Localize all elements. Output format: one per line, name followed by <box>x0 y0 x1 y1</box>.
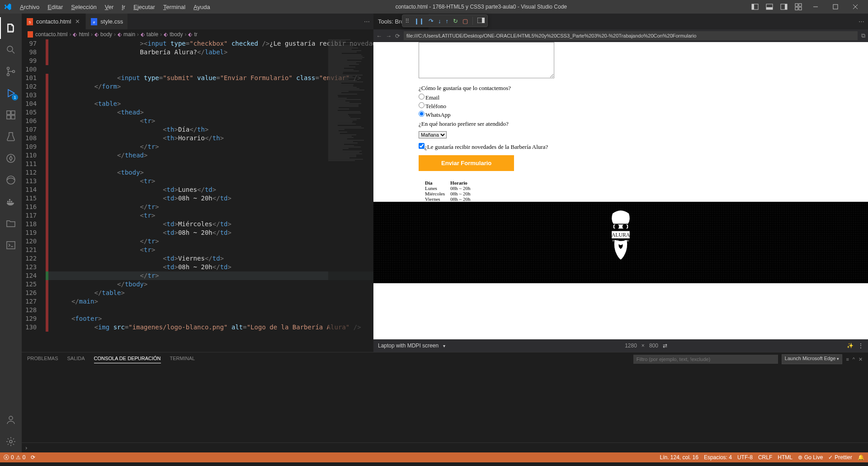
code-line-108[interactable]: <th>Horario</th> <box>48 134 373 143</box>
code-line-111[interactable] <box>48 160 373 168</box>
crumb-html[interactable]: ⬖html <box>73 31 89 38</box>
prettier-status[interactable]: ✓ Prettier <box>828 454 852 461</box>
code-line-120[interactable]: </tr> <box>48 237 373 246</box>
code-line-129[interactable]: <footer> <box>48 314 373 323</box>
restart-icon[interactable]: ↻ <box>453 18 458 24</box>
code-line-97[interactable]: ><input type="checkbox" checked />¿Le gu… <box>48 39 373 48</box>
debug-status-icon[interactable]: ⟳ <box>31 454 35 461</box>
viewport-height[interactable]: 800 <box>649 342 658 349</box>
code-line-107[interactable]: <th>Día</th> <box>48 125 373 134</box>
code-line-121[interactable]: <tr> <box>48 246 373 254</box>
pause-icon[interactable]: ❙❙ <box>414 18 424 24</box>
terminal-activity-icon[interactable] <box>0 234 22 256</box>
back-icon[interactable]: ← <box>376 33 382 39</box>
panel-tab-terminal[interactable]: TERMINAL <box>170 356 195 363</box>
code-line-130[interactable]: <img src="imagenes/logo-blanco.png" alt=… <box>48 323 373 332</box>
browser-viewport[interactable]: ¿Cómo le gustaría que lo contactemos? Em… <box>373 42 868 339</box>
drag-handle-icon[interactable]: ⠿ <box>405 18 410 24</box>
menu-ir[interactable]: Ir <box>118 2 129 12</box>
code-line-125[interactable]: </tbody> <box>48 280 373 289</box>
crumb-body[interactable]: ⬖body <box>94 31 112 38</box>
code-line-117[interactable]: <tr> <box>48 211 373 220</box>
search-icon[interactable] <box>0 39 22 61</box>
url-input[interactable] <box>404 31 858 40</box>
code-line-126[interactable]: </table> <box>48 289 373 297</box>
step-out-icon[interactable]: ↑ <box>446 18 449 24</box>
code-line-113[interactable]: <tr> <box>48 177 373 185</box>
edge-tools-icon[interactable] <box>0 169 22 191</box>
minimap[interactable] <box>328 39 373 352</box>
testing-icon[interactable] <box>0 126 22 147</box>
panel-tab-salida[interactable]: SALIDA <box>67 356 85 363</box>
breadcrumb[interactable]: contacto.html›⬖html›⬖body›⬖main›⬖table›⬖… <box>22 29 373 39</box>
code-line-105[interactable]: <thead> <box>48 108 373 117</box>
step-into-icon[interactable]: ↓ <box>438 18 441 24</box>
chevron-down-icon[interactable]: ▾ <box>443 343 445 348</box>
layout-customize-icon[interactable] <box>793 1 804 12</box>
code-editor[interactable]: 9798991001011021031041051061071081091101… <box>22 39 373 352</box>
debug-toolbar[interactable]: ⠿ ❙❙ ↷ ↓ ↑ ↻ ▢ <box>402 14 488 27</box>
code-line-99[interactable] <box>48 57 373 65</box>
crumb-main[interactable]: ⬖main <box>118 31 135 38</box>
docker-icon[interactable] <box>0 191 22 213</box>
source-control-icon[interactable] <box>0 61 22 82</box>
launch-config-select[interactable]: Launch Microsoft Edge ▾ <box>782 354 843 364</box>
notifications-icon[interactable]: 🔔 <box>858 454 864 461</box>
screenshot-icon[interactable]: ✨ <box>847 342 854 349</box>
rotate-icon[interactable]: ⇄ <box>663 342 667 349</box>
settings-gear-icon[interactable] <box>0 431 22 452</box>
encoding[interactable]: UTF-8 <box>737 454 753 461</box>
code-line-128[interactable] <box>48 306 373 314</box>
console-filter-input[interactable] <box>633 355 778 364</box>
code-line-116[interactable]: </tr> <box>48 203 373 211</box>
step-over-icon[interactable]: ↷ <box>429 18 434 24</box>
stop-icon[interactable]: ▢ <box>462 18 468 24</box>
code-line-106[interactable]: <tr> <box>48 117 373 125</box>
radio-telefono[interactable] <box>419 102 425 108</box>
viewport-width[interactable]: 1280 <box>625 342 637 349</box>
close-icon[interactable]: ✕ <box>74 18 81 25</box>
radio-whatsapp[interactable] <box>419 111 425 117</box>
tab-contacto-html[interactable]: 5contacto.html✕ <box>22 14 86 29</box>
schedule-select[interactable]: Mañana <box>419 131 447 138</box>
forward-icon[interactable]: → <box>386 33 392 39</box>
close-panel-icon[interactable]: ✕ <box>859 357 863 362</box>
code-line-101[interactable]: <input type="submit" value="Enviar Formu… <box>48 74 373 82</box>
code-line-100[interactable] <box>48 65 373 74</box>
code-line-124[interactable]: </tr> <box>48 271 373 280</box>
code-line-109[interactable]: </tr> <box>48 143 373 151</box>
list-icon[interactable]: ≡ <box>846 357 849 362</box>
radio-email[interactable] <box>419 94 425 100</box>
submit-button[interactable]: Enviar Formulario <box>419 155 514 171</box>
extensions-icon[interactable] <box>0 104 22 126</box>
code-line-110[interactable]: </thead> <box>48 151 373 160</box>
crumb-table[interactable]: ⬖table <box>141 31 158 38</box>
folder-icon[interactable] <box>0 213 22 234</box>
tab-style-css[interactable]: #style.css <box>86 14 128 29</box>
layout-panel-bottom-icon[interactable] <box>764 1 775 12</box>
panel-body[interactable] <box>22 366 868 442</box>
device-selector[interactable]: Laptop with MDPI screen <box>378 342 439 349</box>
menu-archivo[interactable]: Archivo <box>16 2 43 12</box>
code-line-122[interactable]: <td>Viernes</td> <box>48 254 373 263</box>
code-line-119[interactable]: <td>08h ~ 20h</td> <box>48 228 373 237</box>
code-line-104[interactable]: <table> <box>48 100 373 108</box>
menu-ejecutar[interactable]: Ejecutar <box>130 2 159 12</box>
explorer-icon[interactable] <box>0 17 22 39</box>
code-line-127[interactable]: </main> <box>48 297 373 306</box>
breadcrumb-helper[interactable]: › <box>22 442 868 452</box>
menu-ver[interactable]: Ver <box>101 2 118 12</box>
crumb-tbody[interactable]: ⬖tbody <box>164 31 183 38</box>
open-external-icon[interactable]: ⧉ <box>861 32 865 39</box>
code-line-98[interactable]: Barbería Alura?</label> <box>48 48 373 57</box>
debug-icon[interactable]: 1 <box>0 82 22 104</box>
reload-icon[interactable]: ⟳ <box>395 33 400 39</box>
maximize-panel-icon[interactable]: ^ <box>853 357 855 362</box>
menu-editar[interactable]: Editar <box>44 2 66 12</box>
menu-selección[interactable]: Selección <box>67 2 100 12</box>
layout-sidebar-right-icon[interactable] <box>778 1 789 12</box>
panel-tab-problemas[interactable]: PROBLEMAS <box>27 356 58 363</box>
more-actions-icon[interactable]: ⋯ <box>859 18 864 25</box>
more-icon[interactable]: ⋮ <box>858 342 863 349</box>
message-textarea[interactable] <box>419 42 554 78</box>
